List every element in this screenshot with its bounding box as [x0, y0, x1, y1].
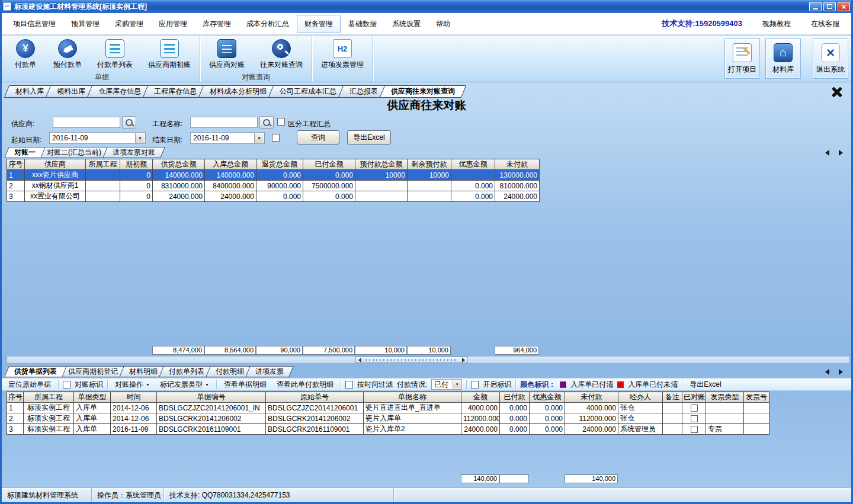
subtab-2[interactable]: 对账二(汇总当前) — [39, 147, 109, 158]
column-header[interactable]: 已付金额 — [303, 159, 355, 170]
tab-6[interactable]: 公司工程成本汇总 — [271, 85, 345, 98]
locate-original-button[interactable]: 定位原始单据 — [5, 378, 54, 391]
column-header[interactable]: 序号 — [7, 392, 24, 403]
end-date-combo[interactable]: 2016-11-09 ▼ — [190, 132, 265, 144]
video-tutorial-link[interactable]: 视频教程 — [762, 19, 791, 29]
column-header[interactable]: 剩余预付款 — [408, 159, 451, 170]
column-header[interactable]: 经办人 — [618, 392, 663, 403]
menu-item-10[interactable]: 帮助 — [428, 15, 458, 33]
view-payment-detail-button[interactable]: 查看此单付款明细 — [274, 378, 336, 391]
export-excel-detail-button[interactable]: 导出Excel — [687, 378, 724, 391]
column-header[interactable]: 已对账 — [682, 392, 706, 403]
input-invoice-button[interactable]: H2进项发票管理 — [318, 37, 367, 72]
column-header[interactable]: 原始单号 — [266, 392, 364, 403]
column-header[interactable]: 预付款总金额 — [355, 159, 408, 170]
open-project-button[interactable]: 打开项目 — [725, 39, 759, 78]
column-header[interactable]: 发票号 — [744, 392, 769, 403]
table-row[interactable]: 1xxx瓷片供应商0140000.000140000.0000.0000.000… — [7, 170, 540, 181]
subtab-3[interactable]: 进项发票对账 — [105, 147, 163, 158]
restore-icon[interactable] — [823, 2, 836, 11]
payment-status-combo[interactable]: 已付 ▼ — [431, 379, 462, 390]
column-header[interactable]: 供货总金额 — [153, 159, 205, 170]
menu-item-8[interactable]: 基础数据 — [341, 15, 384, 33]
detail-tab-1[interactable]: 供货单据列表 — [7, 366, 65, 377]
reconcile-query-button[interactable]: 往来对账查询 — [257, 37, 306, 72]
project-input[interactable] — [190, 117, 258, 128]
payment-voucher-button[interactable]: ¥付款单 — [10, 37, 41, 72]
subtab-1[interactable]: 对账一 — [7, 147, 43, 158]
row-checkbox[interactable] — [691, 426, 698, 433]
scroll-right-icon[interactable] — [839, 150, 843, 156]
menu-item-5[interactable]: 库存管理 — [195, 15, 239, 33]
mark-invoice-type-menu[interactable]: 标记发票类型▼ — [157, 378, 212, 391]
column-header[interactable]: 供应商 — [25, 159, 86, 170]
menu-item-6[interactable]: 成本分析汇总 — [239, 15, 297, 33]
detail-tab-3[interactable]: 材料明细 — [121, 366, 165, 377]
column-header[interactable]: 入库总金额 — [205, 159, 256, 170]
reconcile-flag-checkbox[interactable] — [63, 381, 70, 389]
exit-system-button[interactable]: ×退出系统 — [813, 39, 848, 78]
supplier-initial-balance-button[interactable]: 供应商期初账 — [145, 37, 194, 72]
column-header[interactable]: 金额 — [461, 392, 500, 403]
column-header[interactable]: 优惠金额 — [451, 159, 495, 170]
supplier-search-button[interactable] — [122, 116, 136, 129]
column-header[interactable]: 所属工程 — [24, 392, 74, 403]
menu-item-7[interactable]: 财务管理 — [297, 15, 341, 33]
table-row[interactable]: 2xx钢材供应商108310000.0008400000.00090000.00… — [7, 181, 540, 191]
column-header[interactable]: 发票类型 — [706, 392, 744, 403]
column-header[interactable]: 所属工程 — [86, 159, 120, 170]
menu-item-3[interactable]: 采购管理 — [107, 15, 151, 33]
detail-tab-6[interactable]: 进项发票 — [248, 366, 291, 377]
chevron-down-icon[interactable]: ▼ — [135, 133, 145, 143]
tab-4[interactable]: 工程库存信息 — [145, 85, 206, 98]
scroll-right-icon[interactable] — [462, 358, 465, 362]
tab-5[interactable]: 材料成本分析明细 — [201, 85, 275, 98]
scroll-left-icon[interactable] — [825, 369, 829, 375]
chevron-down-icon[interactable]: ▼ — [254, 133, 264, 143]
close-icon[interactable]: × — [838, 2, 850, 11]
scrollbar-thumb[interactable] — [355, 357, 468, 363]
column-header[interactable]: 备注 — [663, 392, 682, 403]
scroll-left-icon[interactable] — [825, 150, 829, 156]
minimize-icon[interactable] — [809, 2, 822, 11]
material-library-button[interactable]: ⌂材料库 — [766, 39, 800, 78]
close-tab-icon[interactable] — [830, 86, 844, 98]
supplier-reconcile-button[interactable]: 供应商对账 — [206, 37, 248, 72]
column-header[interactable]: 序号 — [7, 159, 25, 170]
query-button[interactable]: 查询 — [297, 130, 339, 145]
column-header[interactable]: 优惠金额 — [530, 392, 565, 403]
online-service-link[interactable]: 在线客服 — [811, 19, 839, 29]
column-header[interactable]: 单据名称 — [364, 392, 461, 403]
supplier-input[interactable] — [53, 117, 120, 128]
subtab-scroll-arrows[interactable] — [825, 150, 843, 156]
tab-8[interactable]: 供应商往来对账查询 — [382, 85, 464, 98]
column-header[interactable]: 未付款 — [565, 392, 618, 403]
reconcile-actions-menu[interactable]: 对账操作▼ — [112, 378, 153, 391]
prepayment-voucher-button[interactable]: 预付款单 — [50, 37, 85, 72]
menu-item-9[interactable]: 系统设置 — [384, 15, 428, 33]
detail-tab-5[interactable]: 付款明细 — [208, 366, 252, 377]
menu-item-1[interactable]: 项目信息管理 — [5, 15, 63, 33]
menu-item-4[interactable]: 应用管理 — [151, 15, 195, 33]
table-row[interactable]: 3xx置业有限公司024000.00024000.0000.0000.0000.… — [7, 191, 540, 202]
chevron-down-icon[interactable]: ▼ — [453, 380, 461, 389]
column-header[interactable]: 期初额 — [120, 159, 153, 170]
horizontal-scrollbar[interactable] — [7, 356, 850, 364]
row-checkbox[interactable] — [691, 405, 698, 412]
open-flag-checkbox[interactable] — [471, 381, 479, 389]
scroll-right-icon[interactable] — [839, 369, 843, 375]
column-header[interactable]: 退货总金额 — [256, 159, 303, 170]
table-row[interactable]: 3标顶实例工程入库单2016-11-09BDSLGCRK20161109001B… — [7, 424, 769, 435]
payment-list-button[interactable]: 付款单列表 — [94, 37, 136, 72]
row-checkbox[interactable] — [691, 415, 698, 422]
detail-tab-4[interactable]: 付款单列表 — [161, 366, 212, 377]
extra-filter-checkbox[interactable] — [272, 134, 280, 142]
column-header[interactable]: 已付款 — [500, 392, 530, 403]
column-header[interactable]: 未付款 — [495, 159, 540, 170]
column-header[interactable]: 单据类型 — [74, 392, 111, 403]
detail-tab-2[interactable]: 供应商期初登记 — [60, 366, 126, 377]
table-row[interactable]: 2标顶实例工程入库单2014-12-06BDSLGCRK20141206002B… — [7, 413, 769, 424]
column-header[interactable]: 时间 — [111, 392, 157, 403]
project-search-button[interactable] — [259, 116, 274, 129]
time-filter-checkbox[interactable] — [345, 381, 353, 389]
